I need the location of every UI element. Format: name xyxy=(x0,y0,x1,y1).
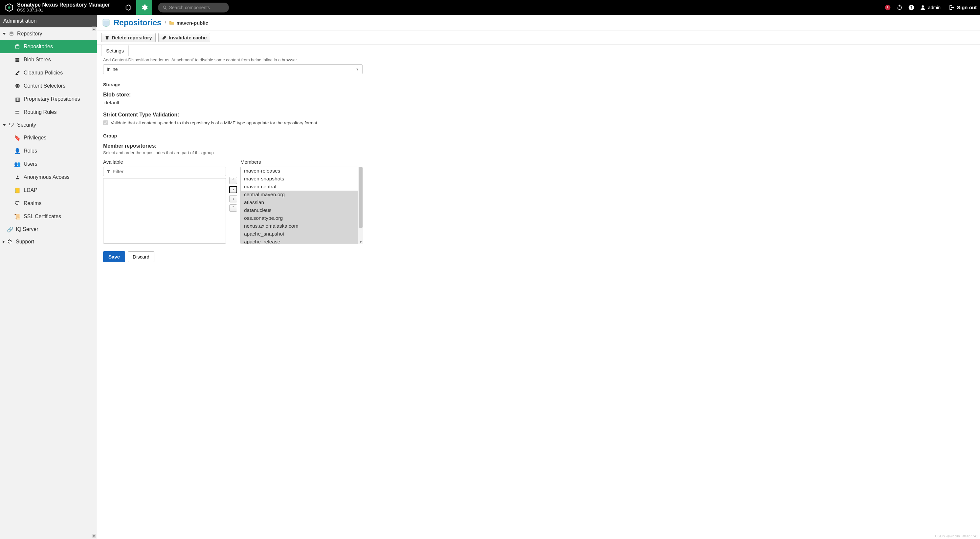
sidebar-item-ssl[interactable]: 📜SSL Certificates xyxy=(0,210,97,223)
user-menu[interactable]: admin xyxy=(920,4,940,11)
sidebar-scroll-down[interactable]: ▼ xyxy=(92,534,96,538)
sidebar-item-users[interactable]: 👥Users xyxy=(0,157,97,171)
move-down-button[interactable]: ˅ xyxy=(229,205,237,212)
discard-button[interactable]: Discard xyxy=(128,251,154,262)
sidebar-item-label: Users xyxy=(24,161,37,167)
nexus-logo-icon xyxy=(5,3,14,12)
members-title: Members xyxy=(240,159,363,165)
sidebar-item-label: SSL Certificates xyxy=(24,214,61,219)
members-list-item[interactable]: oss.sonatype.org xyxy=(241,214,363,222)
sidebar-group-repository[interactable]: Repository xyxy=(0,27,97,40)
remove-from-members-button[interactable]: ‹ xyxy=(229,195,237,203)
sidebar-group-support[interactable]: ⛑ Support xyxy=(0,236,97,248)
members-scrollbar[interactable]: ▼ xyxy=(358,166,363,244)
gear-icon xyxy=(140,4,148,11)
caret-right-icon xyxy=(3,240,5,243)
breadcrumb: Repositories / maven-public xyxy=(97,15,980,31)
members-list-item[interactable]: maven-central xyxy=(241,183,363,190)
sidebar-item-proprietary[interactable]: ▥ Proprietary Repositories xyxy=(0,92,97,106)
members-list-item[interactable]: maven-snapshots xyxy=(241,175,363,183)
person-icon: 👤 xyxy=(14,148,21,154)
members-list-item[interactable]: atlassian xyxy=(241,198,363,206)
add-to-members-button[interactable]: › xyxy=(229,186,237,193)
sidebar-item-label: Content Selectors xyxy=(24,83,65,89)
section-group: Group xyxy=(103,133,974,138)
blob-store-label: Blob store: xyxy=(103,92,974,98)
brand-title: Sonatype Nexus Repository Manager xyxy=(17,2,110,8)
sidebar-item-blob-stores[interactable]: Blob Stores xyxy=(0,53,97,66)
members-list-item[interactable]: apache_release xyxy=(241,238,363,244)
health-alert-button[interactable] xyxy=(884,4,891,11)
brand-block: Sonatype Nexus Repository Manager OSS 3.… xyxy=(17,2,110,13)
svg-rect-12 xyxy=(16,61,19,62)
sidebar-item-repositories[interactable]: Repositories xyxy=(0,40,97,53)
help-circle-icon: ? xyxy=(908,4,915,11)
sidebar-item-cleanup-policies[interactable]: Cleanup Policies xyxy=(0,66,97,79)
available-filter-input[interactable] xyxy=(113,169,223,174)
database-icon xyxy=(102,18,110,27)
members-list-item[interactable]: maven-releases xyxy=(241,167,363,175)
admin-mode-button[interactable] xyxy=(136,0,152,15)
members-list-item[interactable]: datanucleus xyxy=(241,206,363,214)
user-icon xyxy=(920,4,926,11)
sidebar-item-label: Routing Rules xyxy=(24,109,57,115)
sidebar-scroll-up[interactable]: ▲ xyxy=(92,27,96,31)
move-up-button[interactable]: ˄ xyxy=(229,177,237,184)
eraser-icon xyxy=(162,35,167,40)
available-title: Available xyxy=(103,159,226,165)
sidebar-item-label: Cleanup Policies xyxy=(24,70,63,76)
sidebar-item-realms[interactable]: 🛡Realms xyxy=(0,197,97,210)
available-filter[interactable] xyxy=(103,166,226,176)
signout-button[interactable]: Sign out xyxy=(948,4,977,11)
members-list-item[interactable]: central.maven.org xyxy=(241,190,363,198)
tab-settings[interactable]: Settings xyxy=(101,45,129,56)
member-repos-picker: Available ˄ › ‹ ˅ Members maven- xyxy=(103,159,363,244)
sidebar-item-privileges[interactable]: 🔖Privileges xyxy=(0,131,97,144)
search-box[interactable] xyxy=(158,3,229,13)
server-icon xyxy=(14,57,21,63)
sidebar-group-label: Repository xyxy=(17,31,42,37)
user-icon xyxy=(14,174,21,180)
svg-point-15 xyxy=(17,176,18,177)
help-button[interactable]: ? xyxy=(908,4,915,11)
admin-sidebar: Administration ▲ Repository Repositories… xyxy=(0,15,97,539)
sidebar-item-anonymous[interactable]: Anonymous Access xyxy=(0,171,97,184)
watermark: CSDN @weixin_38327741 xyxy=(935,534,978,538)
breadcrumb-current: maven-public xyxy=(169,20,208,25)
members-list-item[interactable]: apache_snapshot xyxy=(241,230,363,238)
sidebar-item-roles[interactable]: 👤Roles xyxy=(0,144,97,157)
svg-point-17 xyxy=(103,19,109,22)
sidebar-group-security[interactable]: 🛡 Security xyxy=(0,119,97,131)
member-repos-label: Member repositories: xyxy=(103,143,974,149)
invalidate-cache-button[interactable]: Invalidate cache xyxy=(158,33,210,42)
broom-icon xyxy=(14,70,21,76)
sidebar-item-label: Privileges xyxy=(24,135,46,141)
sidebar-group-label: Security xyxy=(17,122,36,128)
save-button[interactable]: Save xyxy=(103,251,125,262)
search-input[interactable] xyxy=(169,5,222,10)
content-disposition-select[interactable]: Inline ▼ xyxy=(103,64,363,74)
svg-rect-13 xyxy=(16,111,19,111)
strict-validation-checkbox[interactable] xyxy=(103,120,108,125)
blocks-icon: ▥ xyxy=(14,96,21,102)
sidebar-item-label: Realms xyxy=(24,200,41,206)
sidebar-item-iq-server[interactable]: 🔗 IQ Server xyxy=(0,223,97,236)
sidebar-item-routing-rules[interactable]: Routing Rules xyxy=(0,106,97,119)
members-list[interactable]: maven-releasesmaven-snapshotsmaven-centr… xyxy=(240,166,363,244)
breadcrumb-root[interactable]: Repositories xyxy=(114,18,161,27)
members-list-item[interactable]: nexus.axiomalaska.com xyxy=(241,222,363,230)
main-panel: Repositories / maven-public Delete repos… xyxy=(97,15,980,539)
refresh-button[interactable] xyxy=(896,4,903,11)
sidebar-item-label: Roles xyxy=(24,148,37,154)
sidebar-item-ldap[interactable]: 📒LDAP xyxy=(0,184,97,197)
svg-text:?: ? xyxy=(910,5,912,10)
browse-mode-button[interactable] xyxy=(121,0,136,15)
delete-repository-button[interactable]: Delete repository xyxy=(101,33,156,42)
sidebar-item-label: IQ Server xyxy=(16,227,38,232)
sidebar-item-content-selectors[interactable]: Content Selectors xyxy=(0,79,97,92)
content-disposition-help: Add Content-Disposition header as 'Attac… xyxy=(103,57,974,62)
svg-rect-4 xyxy=(888,8,888,9)
available-list[interactable] xyxy=(103,178,226,244)
filter-icon xyxy=(106,169,111,174)
trash-icon xyxy=(105,35,110,40)
